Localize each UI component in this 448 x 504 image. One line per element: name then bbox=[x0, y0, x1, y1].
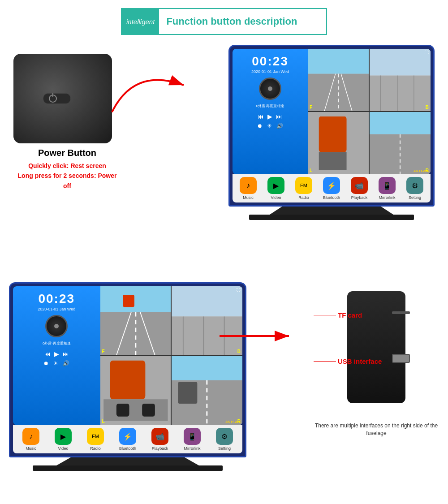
volume-icon[interactable]: 🔊 bbox=[276, 123, 283, 129]
app-playback-label: Playback bbox=[351, 195, 368, 200]
app-bottom-playback[interactable]: 📹 Playback bbox=[151, 428, 168, 451]
svg-rect-23 bbox=[172, 286, 242, 316]
bottom-record-icon[interactable]: ⏺ bbox=[43, 360, 49, 366]
app-radio[interactable]: FM Radio bbox=[295, 177, 312, 200]
app-bottom-video[interactable]: ▶ Video bbox=[55, 428, 72, 451]
screen-disc bbox=[259, 78, 281, 100]
usb-interface-text: USB interface bbox=[338, 358, 382, 365]
cam-bottom-road-left bbox=[100, 356, 171, 425]
app-video-label: Video bbox=[271, 195, 281, 200]
cam-bottom-label-back: B bbox=[237, 349, 241, 354]
app-bottom-bluetooth-btn[interactable]: ⚡ bbox=[119, 428, 136, 445]
app-playback-btn[interactable]: 📹 bbox=[351, 177, 368, 194]
app-bottom-mirrorlink-btn[interactable]: 📱 bbox=[184, 428, 201, 445]
monitor-stand-bottom bbox=[56, 457, 199, 465]
cam-view-front: F bbox=[308, 49, 369, 111]
app-bottom-setting-btn[interactable]: ⚙ bbox=[216, 428, 233, 445]
bottom-next-icon[interactable]: ⏭ bbox=[63, 350, 69, 358]
app-playback[interactable]: 📹 Playback bbox=[351, 177, 368, 200]
app-setting-label: Setting bbox=[409, 195, 421, 200]
app-radio-btn[interactable]: FM bbox=[295, 177, 312, 194]
app-setting-btn[interactable]: ⚙ bbox=[406, 177, 423, 194]
brightness-icon[interactable]: ☀ bbox=[267, 123, 272, 129]
screen-right-panel: F B ⛶ bbox=[308, 49, 431, 174]
app-bottom-setting[interactable]: ⚙ Setting bbox=[216, 428, 233, 451]
screen-bottom-song: 0外露·再度重相逢 bbox=[43, 341, 71, 346]
app-bottom-playback-label: Playback bbox=[152, 446, 168, 451]
app-video[interactable]: ▶ Video bbox=[267, 177, 284, 200]
app-bottom-video-label: Video bbox=[58, 446, 69, 451]
svg-rect-14 bbox=[370, 112, 431, 134]
bottom-play-icon[interactable]: ▶ bbox=[54, 350, 59, 358]
screen-bottom-right: F B ⛶ bbox=[100, 286, 242, 425]
app-bottom-video-btn[interactable]: ▶ bbox=[55, 428, 72, 445]
app-bottom-music-label: Music bbox=[26, 446, 36, 451]
record-icon[interactable]: ⏺ bbox=[257, 123, 263, 129]
app-bottom-music[interactable]: ♪ Music bbox=[22, 428, 39, 451]
screen-left-panel: 00:23 2020-01-01 Jan Wed 0外露·再度重相逢 ⏮ ▶ ⏭… bbox=[233, 49, 308, 174]
screen-bottom-date: 2020-01-01 Jan Wed bbox=[38, 307, 75, 311]
monitor-bottom-screen: 00:23 2020-01-01 Jan Wed 0外露·再度重相逢 ⏮ ▶ ⏭… bbox=[13, 286, 242, 425]
svg-rect-29 bbox=[110, 361, 145, 400]
screen-bottom-controls: ⏮ ▶ ⏭ bbox=[44, 350, 69, 358]
monitor-frame: 00:23 2020-01-01 Jan Wed 0外露·再度重相逢 ⏮ ▶ ⏭… bbox=[228, 45, 435, 207]
tf-slot bbox=[392, 311, 410, 314]
play-icon[interactable]: ▶ bbox=[267, 113, 272, 120]
cam-bottom-4k: 4K H.265 bbox=[225, 420, 241, 424]
bottom-volume-icon[interactable]: 🔊 bbox=[63, 360, 69, 366]
svg-rect-6 bbox=[370, 49, 431, 76]
app-mirrorlink[interactable]: 📱 Mirrorlink bbox=[379, 177, 396, 200]
svg-rect-12 bbox=[319, 116, 347, 152]
app-bottom-mirrorlink-label: Mirrorlink bbox=[184, 446, 200, 451]
cam-bottom-road-right bbox=[172, 356, 242, 425]
prev-icon[interactable]: ⏮ bbox=[258, 113, 264, 120]
bottom-brightness-icon[interactable]: ☀ bbox=[53, 360, 58, 366]
app-bottom-radio[interactable]: FM Radio bbox=[87, 428, 104, 451]
app-video-btn[interactable]: ▶ bbox=[267, 177, 284, 194]
cam-label-front: F bbox=[310, 105, 312, 110]
app-music-btn[interactable]: ♪ bbox=[240, 177, 257, 194]
app-bottom-mirrorlink[interactable]: 📱 Mirrorlink bbox=[184, 428, 201, 451]
svg-rect-7 bbox=[370, 76, 431, 111]
app-mirrorlink-btn[interactable]: 📱 bbox=[379, 177, 396, 194]
usb-slot bbox=[392, 354, 410, 363]
svg-rect-17 bbox=[100, 286, 171, 312]
screen-date: 2020-01-01 Jan Wed bbox=[251, 69, 289, 74]
cam-bottom-label-left: L bbox=[102, 419, 105, 424]
device-body bbox=[347, 291, 405, 403]
app-mirrorlink-label: Mirrorlink bbox=[379, 195, 395, 200]
cam-road-right bbox=[370, 112, 431, 174]
app-bottom-setting-label: Setting bbox=[218, 446, 231, 451]
usb-label-group: USB interface bbox=[314, 358, 382, 365]
monitor-bottom-wrap: 00:23 2020-01-01 Jan Wed 0外露·再度重相逢 ⏮ ▶ ⏭… bbox=[9, 282, 246, 471]
svg-rect-18 bbox=[100, 312, 171, 355]
app-bottom-bluetooth[interactable]: ⚡ Bluetooth bbox=[119, 428, 136, 451]
cam-view-back: B ⛶ bbox=[370, 49, 431, 111]
cam-bottom-right: R 4K H.265 bbox=[172, 356, 242, 425]
cam-bottom-road-front bbox=[100, 286, 171, 355]
app-bottom-music-btn[interactable]: ♪ bbox=[22, 428, 39, 445]
app-bluetooth-btn[interactable]: ⚡ bbox=[323, 177, 340, 194]
header-banner: intelligent Function button description bbox=[121, 8, 327, 35]
app-music[interactable]: ♪ Music bbox=[240, 177, 257, 200]
app-bottom-playback-btn[interactable]: 📹 bbox=[151, 428, 168, 445]
svg-rect-32 bbox=[142, 404, 155, 417]
app-setting[interactable]: ⚙ Setting bbox=[406, 177, 423, 200]
next-icon[interactable]: ⏭ bbox=[276, 113, 282, 120]
bottom-prev-icon[interactable]: ⏮ bbox=[44, 350, 51, 358]
tf-card-label-group: TF card bbox=[314, 311, 362, 319]
arrow-bottom bbox=[215, 323, 296, 349]
resolution-label: 4K H.265 bbox=[414, 169, 429, 173]
app-bottom-radio-btn[interactable]: FM bbox=[87, 428, 104, 445]
header-title: Function button description bbox=[159, 16, 297, 27]
screen-bottom-controls2: ⏺ ☀ 🔊 bbox=[43, 360, 69, 366]
cam-road-back bbox=[370, 49, 431, 111]
app-bluetooth[interactable]: ⚡ Bluetooth bbox=[323, 177, 340, 200]
svg-rect-36 bbox=[178, 382, 198, 404]
power-button-label: Power Button bbox=[13, 148, 121, 158]
app-bar: ♪ Music ▶ Video FM Radio ⚡ Bluetooth 📹 bbox=[233, 174, 431, 202]
usb-line bbox=[314, 361, 336, 362]
screen-controls2: ⏺ ☀ 🔊 bbox=[257, 123, 283, 129]
cam-label-left: L bbox=[310, 168, 312, 173]
cam-bottom-label-front: F bbox=[102, 349, 105, 354]
